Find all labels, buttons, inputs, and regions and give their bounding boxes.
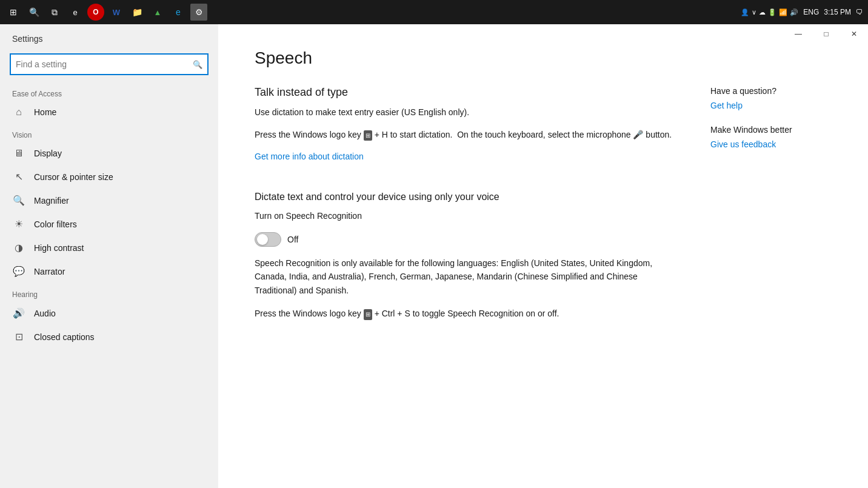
description2: Press the Windows logo key ⊞ + H to star… bbox=[255, 129, 674, 141]
taskbar: ⊞ 🔍 ⧉ e O W 📁 ▲ e ⚙ 👤 ∨ ☁ 🔋 📶 🔊 ENG 3:15… bbox=[0, 0, 868, 24]
speech-recognition-toggle[interactable] bbox=[255, 232, 281, 247]
word-button[interactable]: W bbox=[108, 4, 125, 21]
hearing-section-header: Hearing bbox=[0, 283, 218, 301]
home-icon: ⌂ bbox=[12, 107, 25, 118]
section2-title: Dictate text and control your device usi… bbox=[255, 192, 674, 202]
settings-button[interactable]: ⚙ bbox=[190, 4, 207, 21]
sidebar: Settings 🔍 Ease of Access ⌂ Home Vision … bbox=[0, 24, 218, 488]
taskbar-sys-icons: 👤 ∨ ☁ 🔋 📶 🔊 bbox=[741, 8, 798, 16]
ease-of-access-label: Ease of Access bbox=[0, 82, 218, 101]
get-help-link[interactable]: Get help bbox=[710, 101, 832, 110]
mic-icon: 🎤 bbox=[633, 130, 643, 139]
opera-button[interactable]: O bbox=[87, 4, 104, 21]
sidebar-item-cursor-label: Cursor & pointer size bbox=[34, 172, 113, 182]
ie-button[interactable]: e bbox=[170, 4, 187, 21]
search-container: 🔍 bbox=[0, 48, 218, 82]
taskbar-right: 👤 ∨ ☁ 🔋 📶 🔊 ENG 3:15 PM 🗨 bbox=[741, 8, 863, 16]
make-better-title: Make Windows better bbox=[710, 125, 832, 135]
section1-title: Talk instead of type bbox=[255, 86, 674, 99]
closed-captions-icon: ⊡ bbox=[12, 331, 25, 343]
search-button[interactable]: 🔍 bbox=[25, 4, 42, 21]
sidebar-item-home-label: Home bbox=[34, 107, 56, 117]
sidebar-item-display-label: Display bbox=[34, 149, 62, 158]
search-icon[interactable]: 🔍 bbox=[193, 60, 202, 69]
close-button[interactable]: ✕ bbox=[840, 24, 868, 44]
maximize-button[interactable]: □ bbox=[812, 24, 840, 44]
window-controls: — □ ✕ bbox=[784, 24, 868, 44]
give-feedback-link[interactable]: Give us feedback bbox=[710, 139, 832, 149]
press-text: Press the Windows logo key ⊞ + Ctrl + S … bbox=[255, 307, 674, 320]
languages-text: Speech Recognition is only available for… bbox=[255, 256, 674, 297]
winkey-icon2: ⊞ bbox=[364, 309, 372, 320]
content-left: Talk instead of type Use dictation to ma… bbox=[255, 86, 674, 321]
explorer-button[interactable]: 📁 bbox=[129, 4, 145, 21]
drive-button[interactable]: ▲ bbox=[149, 4, 166, 21]
have-question-title: Have a question? bbox=[710, 86, 832, 96]
description1: Use dictation to make text entry easier … bbox=[255, 106, 674, 119]
magnifier-icon: 🔍 bbox=[12, 195, 25, 206]
content-body: Talk instead of type Use dictation to ma… bbox=[255, 86, 832, 321]
search-box[interactable]: 🔍 bbox=[10, 53, 209, 75]
narrator-icon: 💬 bbox=[12, 266, 25, 277]
sidebar-item-magnifier-label: Magnifier bbox=[34, 196, 69, 206]
display-icon: 🖥 bbox=[12, 148, 25, 159]
search-input[interactable] bbox=[16, 59, 193, 69]
minimize-button[interactable]: — bbox=[784, 24, 812, 44]
taskbar-left: ⊞ 🔍 ⧉ e O W 📁 ▲ e ⚙ bbox=[5, 4, 207, 21]
sidebar-item-magnifier[interactable]: 🔍 Magnifier bbox=[0, 189, 218, 212]
sidebar-item-narrator-label: Narrator bbox=[34, 267, 65, 276]
speech-recognition-toggle-row: Off bbox=[255, 232, 674, 247]
taskbar-lang: ENG bbox=[803, 8, 819, 16]
taskbar-notification[interactable]: 🗨 bbox=[856, 8, 863, 16]
sidebar-item-closed-captions-label: Closed captions bbox=[34, 332, 95, 342]
start-button[interactable]: ⊞ bbox=[5, 4, 22, 21]
sidebar-item-home[interactable]: ⌂ Home bbox=[0, 101, 218, 124]
dictation-info-link[interactable]: Get more info about dictation bbox=[255, 152, 364, 161]
sidebar-item-closed-captions[interactable]: ⊡ Closed captions bbox=[0, 325, 218, 349]
page-title: Speech bbox=[255, 48, 832, 68]
edge-button[interactable]: e bbox=[67, 4, 84, 21]
vision-section-header: Vision bbox=[0, 124, 218, 142]
right-panel-content: Have a question? Get help Make Windows b… bbox=[710, 86, 832, 149]
toggle-label: Turn on Speech Recognition bbox=[255, 210, 674, 222]
sidebar-item-color-filters[interactable]: ☀ Color filters bbox=[0, 212, 218, 236]
sidebar-item-color-filters-label: Color filters bbox=[34, 219, 77, 229]
sidebar-item-audio-label: Audio bbox=[34, 309, 56, 318]
toggle-knob bbox=[257, 234, 268, 245]
sidebar-item-high-contrast[interactable]: ◑ High contrast bbox=[0, 236, 218, 259]
high-contrast-icon: ◑ bbox=[12, 242, 25, 253]
cursor-icon: ↖ bbox=[12, 171, 25, 182]
sidebar-title: Settings bbox=[0, 24, 218, 48]
sidebar-item-display[interactable]: 🖥 Display bbox=[0, 142, 218, 165]
main-content: — □ ✕ Speech Talk instead of type Use di… bbox=[218, 24, 868, 488]
sidebar-item-audio[interactable]: 🔊 Audio bbox=[0, 301, 218, 325]
color-filters-icon: ☀ bbox=[12, 218, 25, 230]
sidebar-item-high-contrast-label: High contrast bbox=[34, 243, 84, 253]
audio-icon: 🔊 bbox=[12, 307, 25, 319]
sidebar-item-cursor[interactable]: ↖ Cursor & pointer size bbox=[0, 165, 218, 189]
right-panel: Have a question? Get help Make Windows b… bbox=[710, 86, 832, 321]
sidebar-item-narrator[interactable]: 💬 Narrator bbox=[0, 259, 218, 283]
app-container: Settings 🔍 Ease of Access ⌂ Home Vision … bbox=[0, 24, 868, 488]
winkey-icon: ⊞ bbox=[364, 130, 372, 141]
task-view-button[interactable]: ⧉ bbox=[46, 4, 63, 21]
taskbar-time: 3:15 PM bbox=[824, 8, 851, 16]
toggle-state-label: Off bbox=[287, 235, 298, 244]
